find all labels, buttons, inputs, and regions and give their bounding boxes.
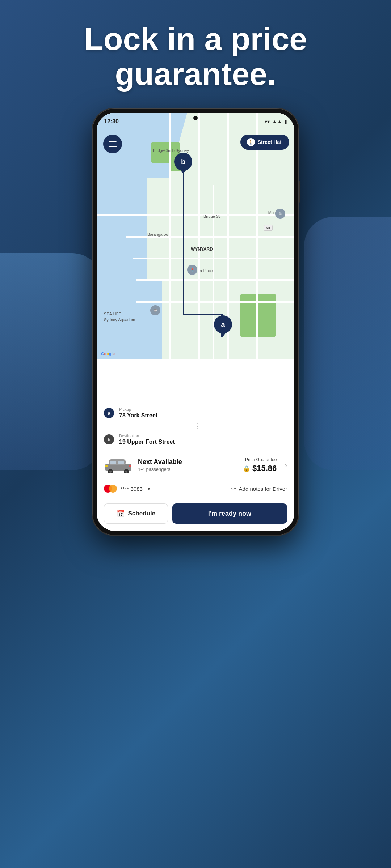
status-bar: 12:30 ▾▾ ▲▲ ▮	[97, 113, 294, 127]
street-v2	[198, 113, 200, 359]
svg-point-4	[109, 471, 112, 473]
street-h4	[136, 279, 294, 281]
svg-point-5	[125, 471, 127, 473]
car-passengers: 1-4 passengers	[138, 467, 238, 472]
dropdown-arrow: ▾	[148, 486, 150, 492]
barangaroo-label: Barangaroo	[147, 232, 168, 237]
route-line-horizontal	[183, 314, 223, 315]
street-h1	[97, 214, 294, 216]
price-value: $15.86	[252, 464, 277, 473]
status-icons: ▾▾ ▲▲ ▮	[265, 119, 287, 124]
ready-label: I'm ready now	[208, 510, 251, 518]
car-option[interactable]: Next Available 1-4 passengers Price Guar…	[97, 451, 294, 479]
street-h5	[136, 301, 294, 303]
schedule-button[interactable]: 📅 Schedule	[104, 503, 168, 524]
sea-life-poi: 🦈	[150, 305, 160, 315]
pickup-label: Pickup	[119, 407, 287, 412]
pickup-info: Pickup 78 York Street	[119, 407, 287, 419]
calendar-icon: 📅	[117, 510, 125, 518]
route-line-vertical	[183, 163, 184, 315]
stop-a-badge: a	[104, 408, 114, 418]
schedule-label: Schedule	[128, 510, 156, 517]
svg-rect-9	[129, 465, 131, 467]
phone-frame: 12:30 ▾▾ ▲▲ ▮	[92, 109, 299, 535]
hero-section: Lock in a price guarantee.	[0, 22, 391, 92]
payment-method[interactable]: **** 3083 ▾	[104, 484, 150, 493]
card-number: **** 3083	[121, 486, 143, 492]
destination-label: Destination	[119, 434, 287, 438]
phone-screen: 12:30 ▾▾ ▲▲ ▮	[97, 113, 294, 531]
payment-row: **** 3083 ▾ ✏ Add notes for Driver	[97, 479, 294, 498]
bridge-st-label: Bridge St	[203, 214, 220, 218]
car-details: Next Available 1-4 passengers	[138, 458, 238, 472]
route-dots	[109, 421, 287, 431]
wifi-icon: ▾▾	[265, 119, 270, 124]
street-hail-button[interactable]: 🚶 Street Hail	[240, 135, 289, 150]
signal-icon: ▲▲	[272, 119, 282, 124]
museum-poi: 🏛	[275, 209, 285, 219]
martin-place-poi: 📍	[187, 265, 197, 275]
car-svg	[104, 457, 133, 473]
destination-address: 19 Upper Fort Street	[119, 439, 287, 445]
lock-icon: 🔒	[243, 465, 250, 472]
menu-button[interactable]	[103, 135, 122, 153]
car-title: Next Available	[138, 458, 238, 466]
svg-rect-8	[105, 465, 108, 467]
street-hail-icon: 🚶	[247, 138, 255, 146]
wynyard-label: WYNYARD	[191, 247, 213, 252]
pickup-address: 78 York Street	[119, 412, 287, 419]
sea-life-label: SEA LIFESydney Aquarium	[104, 311, 135, 323]
action-buttons: 📅 Schedule I'm ready now	[97, 498, 294, 531]
map-area: b a BridgeClimb Sydney Barangaroo WYNYAR…	[97, 113, 294, 359]
svg-rect-6	[110, 461, 116, 464]
bg-car-right	[304, 217, 391, 470]
stop-b-badge: b	[104, 434, 114, 444]
hamburger-icon	[109, 141, 117, 147]
camera-notch	[193, 116, 198, 120]
chevron-right-icon: ›	[285, 461, 287, 469]
street-hail-label: Street Hail	[258, 139, 283, 145]
google-logo: Google	[101, 352, 115, 356]
destination-info: Destination 19 Upper Fort Street	[119, 434, 287, 445]
bridgeclimb-label: BridgeClimb Sydney	[153, 148, 189, 153]
bg-car-left	[0, 253, 101, 470]
add-notes-label: Add notes for Driver	[239, 486, 287, 492]
add-notes-button[interactable]: ✏ Add notes for Driver	[231, 485, 287, 492]
ready-now-button[interactable]: I'm ready now	[172, 503, 287, 524]
pencil-icon: ✏	[231, 485, 236, 492]
status-time: 12:30	[104, 118, 119, 125]
car-image	[104, 457, 133, 473]
bottom-panel: a Pickup 78 York Street	[97, 399, 294, 531]
m1-badge: M1	[264, 225, 273, 231]
marker-a: a	[214, 315, 232, 333]
phone-wrapper: 12:30 ▾▾ ▲▲ ▮	[92, 109, 299, 535]
hero-title: Lock in a price guarantee.	[0, 22, 391, 92]
mastercard-icon	[104, 484, 117, 493]
marker-b: b	[174, 153, 192, 171]
destination-stop: b Destination 19 Upper Fort Street	[104, 431, 287, 447]
price-section: Price Guarantee 🔒 $15.86	[243, 457, 277, 473]
battery-icon: ▮	[284, 119, 287, 124]
svg-rect-7	[118, 461, 124, 464]
street-v4	[256, 113, 258, 359]
price-guarantee-value: 🔒 $15.86	[243, 464, 277, 473]
price-guarantee-label: Price Guarantee	[243, 457, 277, 462]
route-info: a Pickup 78 York Street	[97, 399, 294, 451]
green-area-3	[240, 294, 276, 337]
pickup-stop: a Pickup 78 York Street	[104, 405, 287, 421]
